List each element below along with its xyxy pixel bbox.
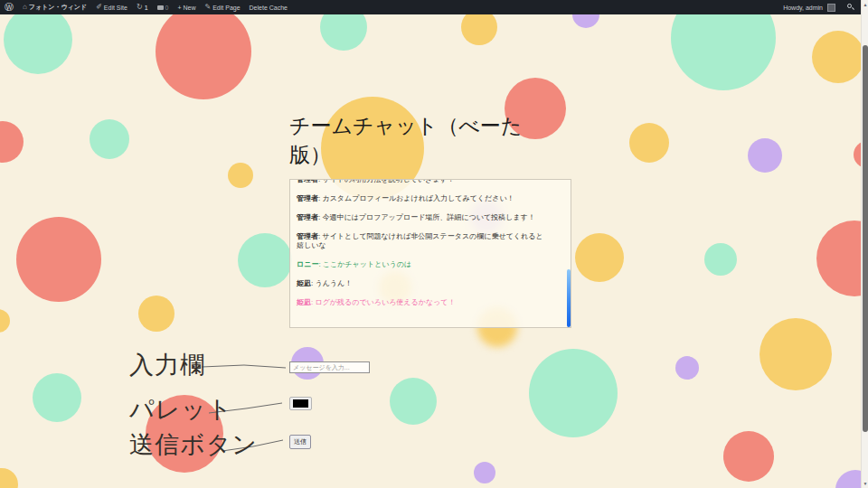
page-scrollbar[interactable]: ▲ ▼	[861, 0, 868, 488]
background-dot	[238, 233, 292, 287]
chat-message: 管理者: サイトとして問題なければ非公開ステータスの欄に乗せてくれると嬉しいな	[297, 232, 547, 250]
background-dot	[461, 9, 497, 45]
new-label: + New	[177, 5, 195, 11]
chat-text: : ここかチャットというのは	[318, 260, 411, 268]
chat-text: : カスタムプロフィールおよければ入力してみてください！	[318, 194, 514, 202]
chat-scrollbar-thumb[interactable]	[567, 269, 571, 327]
chat-text: : サイトとして問題なければ非公開ステータスの欄に乗せてくれると嬉しいな	[297, 232, 543, 249]
background-dot	[675, 356, 699, 380]
pencil-icon: ✎	[205, 4, 212, 11]
annotation-input-field: 入力欄	[129, 349, 205, 381]
background-dot	[90, 119, 129, 159]
chat-messages: 管理者: サイトの利用方法を説明していきます！管理者: カスタムプロフィールおよ…	[290, 179, 571, 313]
edit-page-link[interactable]: ✎ Edit Page	[201, 0, 245, 14]
chat-log-box: 管理者: サイトの利用方法を説明していきます！管理者: カスタムプロフィールおよ…	[289, 179, 571, 328]
chat-message: 管理者: 今週中にはプロフアップロード場所、詳細について投稿します！	[297, 213, 547, 222]
chat-text: : 今週中にはプロフアップロード場所、詳細について投稿します！	[318, 213, 535, 221]
delete-cache-label: Delete Cache	[250, 5, 288, 11]
background-dot	[812, 31, 864, 83]
chat-message: 管理者: サイトの利用方法を説明していきます！	[297, 179, 547, 184]
chat-message: 管理者: カスタムプロフィールおよければ入力してみてください！	[297, 194, 547, 203]
background-dot	[0, 309, 10, 333]
scroll-down-icon[interactable]: ▼	[862, 480, 868, 487]
chat-author: 管理者	[297, 179, 318, 183]
chat-text: : ログが残るのでいろいろ使えるかなって！	[311, 298, 455, 306]
page-title: チームチャット（べーた版）	[289, 112, 532, 169]
chat-message: 姫凪: うんうん！	[297, 279, 547, 288]
chat-message: 姫凪: ログが残るのでいろいろ使えるかなって！	[297, 298, 547, 307]
background-dot	[16, 217, 101, 302]
background-dot	[723, 431, 774, 482]
annotation-palette: パレット	[129, 393, 233, 426]
edit-site-link[interactable]: ✐ Edit Site	[91, 0, 132, 14]
background-dot	[704, 243, 737, 276]
new-content-menu[interactable]: + New	[173, 0, 200, 14]
background-dot	[0, 468, 18, 488]
chat-message: ロニー: ここかチャットというのは	[297, 260, 547, 269]
scroll-up-icon[interactable]: ▲	[862, 1, 868, 8]
search-icon[interactable]	[846, 3, 855, 12]
wp-logo-menu[interactable]: Ⓦ	[0, 0, 18, 14]
site-name-menu[interactable]: ⌂ フォトン・ウィンド	[18, 0, 91, 14]
delete-cache-link[interactable]: Delete Cache	[245, 0, 292, 14]
brush-icon: ✐	[96, 4, 102, 11]
background-dot	[138, 296, 175, 332]
chat-author: 管理者	[297, 213, 318, 221]
edit-page-label: Edit Page	[212, 5, 240, 11]
background-dot	[156, 4, 251, 99]
background-dot	[760, 318, 832, 390]
chat-author: ロニー	[297, 260, 318, 268]
edit-site-label: Edit Site	[104, 5, 127, 11]
avatar	[827, 4, 835, 12]
updates-menu[interactable]: ↻ 1	[132, 0, 153, 14]
update-count: 1	[145, 5, 148, 11]
chat-author: 姫凪	[297, 279, 311, 287]
annotation-send-button: 送信ボタン	[129, 428, 258, 461]
page-scrollbar-thumb[interactable]	[863, 45, 868, 432]
background-dot	[529, 349, 618, 437]
background-dot	[4, 5, 72, 74]
background-dot	[748, 138, 782, 173]
background-dot	[390, 378, 437, 425]
color-swatch	[293, 399, 308, 408]
background-dot	[33, 373, 81, 422]
comment-bubble-icon	[157, 5, 164, 10]
background-dot	[0, 121, 24, 163]
background-dot	[575, 233, 624, 282]
main-content: チームチャット（べーた版） 管理者: サイトの利用方法を説明していきます！管理者…	[289, 99, 579, 328]
comments-menu[interactable]: 0	[153, 0, 174, 14]
updates-icon: ↻	[137, 4, 143, 11]
chat-author: 管理者	[297, 232, 318, 240]
chat-text: : サイトの利用方法を説明していきます！	[318, 179, 455, 183]
page: Ⓦ ⌂ フォトン・ウィンド ✐ Edit Site ↻ 1 0 + New ✎ …	[0, 0, 868, 488]
message-input[interactable]	[289, 361, 370, 373]
wordpress-logo-icon: Ⓦ	[5, 3, 14, 12]
chat-text: : うんうん！	[311, 279, 352, 287]
background-dot	[474, 462, 495, 483]
comment-count: 0	[165, 5, 169, 11]
background-dot	[629, 123, 669, 163]
site-name-label: フォトン・ウィンド	[29, 3, 87, 12]
chat-author: 管理者	[297, 194, 318, 202]
wp-admin-bar: Ⓦ ⌂ フォトン・ウィンド ✐ Edit Site ↻ 1 0 + New ✎ …	[0, 0, 861, 14]
background-dot	[228, 163, 253, 188]
home-icon: ⌂	[23, 4, 27, 11]
chat-author: 姫凪	[297, 298, 311, 306]
send-button[interactable]: 送信	[289, 435, 311, 449]
my-account-menu[interactable]: Howdy, admin	[778, 0, 840, 14]
color-palette-input[interactable]	[289, 397, 312, 410]
howdy-label: Howdy, admin	[783, 5, 823, 11]
